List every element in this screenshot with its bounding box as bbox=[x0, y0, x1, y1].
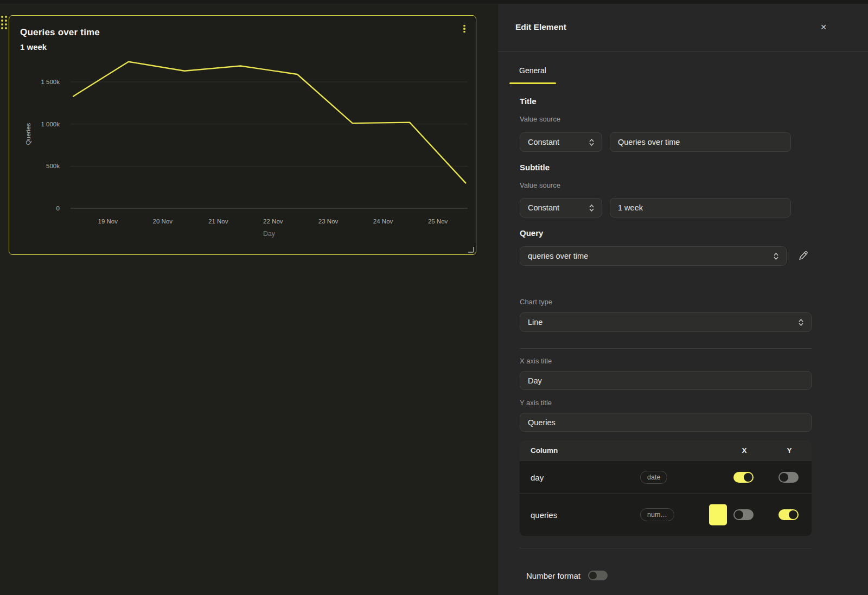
subtitle-value-text: 1 week bbox=[618, 203, 643, 212]
select-chevron-icon bbox=[589, 139, 594, 146]
subtitle-value-input[interactable]: 1 week bbox=[610, 198, 791, 217]
columns-table: Column X Y day date queries num… bbox=[520, 440, 812, 536]
panel-title: Edit Element bbox=[515, 22, 566, 32]
svg-text:19 Nov: 19 Nov bbox=[98, 218, 118, 225]
number-format-label: Number format bbox=[526, 571, 580, 580]
svg-text:Day: Day bbox=[263, 230, 276, 238]
x-axis-title-label: X axis title bbox=[520, 357, 552, 365]
edit-query-pencil-icon[interactable] bbox=[797, 249, 810, 263]
svg-text:22 Nov: 22 Nov bbox=[263, 218, 283, 225]
title-source-select[interactable]: Constant bbox=[520, 132, 602, 152]
column-header: Column bbox=[531, 446, 558, 455]
query-select-value: queries over time bbox=[528, 252, 588, 260]
subtitle-section-heading: Subtitle bbox=[520, 163, 550, 172]
svg-text:1 000k: 1 000k bbox=[41, 121, 60, 127]
svg-text:Queries: Queries bbox=[25, 123, 31, 145]
column-name: queries bbox=[531, 510, 557, 520]
title-value-text: Queries over time bbox=[618, 138, 680, 146]
edit-element-panel: Edit Element ✕ General Title Value sourc… bbox=[498, 4, 868, 595]
app-window: Queries over time 1 week 0500k1 000k1 50… bbox=[0, 0, 868, 595]
queries-x-toggle[interactable] bbox=[733, 509, 754, 520]
chart-widget[interactable]: Queries over time 1 week 0500k1 000k1 50… bbox=[9, 15, 476, 255]
select-chevron-icon bbox=[799, 319, 803, 326]
y-axis-title-input[interactable]: Queries bbox=[520, 413, 812, 432]
column-name: day bbox=[531, 472, 544, 482]
x-axis-title-value: Day bbox=[528, 376, 542, 385]
title-value-input[interactable]: Queries over time bbox=[610, 132, 791, 152]
y-header: Y bbox=[778, 446, 800, 455]
number-format-toggle[interactable] bbox=[588, 571, 608, 580]
type-badge: num… bbox=[640, 508, 674, 521]
svg-text:24 Nov: 24 Nov bbox=[373, 218, 393, 225]
tab-general[interactable]: General bbox=[509, 61, 556, 84]
chart-type-select[interactable]: Line bbox=[520, 312, 812, 332]
svg-text:1 500k: 1 500k bbox=[41, 79, 60, 85]
day-x-toggle[interactable] bbox=[733, 472, 754, 483]
select-chevron-icon bbox=[589, 204, 594, 212]
svg-text:23 Nov: 23 Nov bbox=[318, 218, 339, 225]
type-badge: date bbox=[640, 471, 667, 484]
dashboard-canvas[interactable]: Queries over time 1 week 0500k1 000k1 50… bbox=[0, 4, 498, 595]
panel-header: Edit Element ✕ bbox=[498, 4, 868, 52]
chart-type-label: Chart type bbox=[520, 298, 552, 306]
queries-y-toggle[interactable] bbox=[778, 509, 799, 520]
close-icon[interactable]: ✕ bbox=[817, 21, 830, 34]
number-format-row: Number format bbox=[526, 571, 608, 580]
drag-handle-icon[interactable] bbox=[1, 16, 7, 29]
subtitle-source-select[interactable]: Constant bbox=[520, 198, 602, 217]
query-section-heading: Query bbox=[520, 228, 543, 238]
select-chevron-icon bbox=[774, 253, 778, 260]
table-row-day: day date bbox=[520, 460, 812, 493]
table-row-queries: queries num… bbox=[520, 493, 812, 536]
x-header: X bbox=[733, 446, 755, 455]
tab-general-label: General bbox=[519, 66, 546, 75]
columns-table-header: Column X Y bbox=[520, 440, 812, 460]
section-divider bbox=[520, 548, 812, 548]
svg-text:21 Nov: 21 Nov bbox=[208, 218, 228, 225]
window-top-edge bbox=[0, 0, 868, 4]
title-value-source-label: Value source bbox=[520, 115, 560, 123]
title-section-heading: Title bbox=[520, 97, 537, 106]
chart-type-value: Line bbox=[528, 318, 542, 327]
subtitle-source-value: Constant bbox=[528, 203, 559, 212]
svg-text:500k: 500k bbox=[46, 163, 60, 169]
svg-text:0: 0 bbox=[56, 205, 60, 212]
line-chart-svg: 0500k1 000k1 500k19 Nov20 Nov21 Nov22 No… bbox=[9, 16, 475, 254]
tab-active-underline bbox=[509, 82, 556, 84]
query-select[interactable]: queries over time bbox=[520, 246, 787, 266]
series-color-swatch[interactable] bbox=[709, 504, 727, 526]
subtitle-value-source-label: Value source bbox=[520, 181, 560, 189]
day-y-toggle[interactable] bbox=[778, 472, 799, 483]
title-source-value: Constant bbox=[528, 138, 559, 146]
y-axis-title-value: Queries bbox=[528, 418, 556, 427]
section-divider bbox=[520, 348, 812, 349]
svg-text:25 Nov: 25 Nov bbox=[428, 218, 448, 225]
resize-handle-icon[interactable] bbox=[468, 247, 474, 253]
y-axis-title-label: Y axis title bbox=[520, 399, 552, 407]
svg-text:20 Nov: 20 Nov bbox=[153, 218, 173, 225]
x-axis-title-input[interactable]: Day bbox=[520, 371, 812, 390]
